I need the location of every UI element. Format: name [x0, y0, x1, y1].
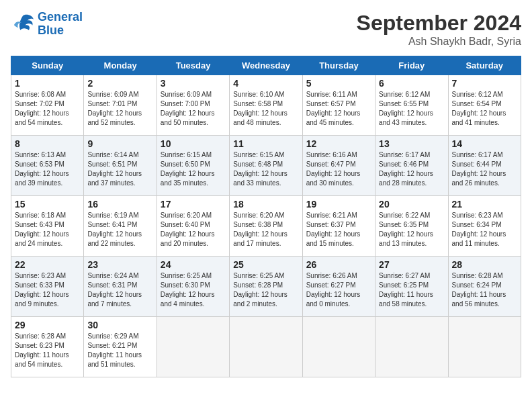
calendar-day-cell: 5Sunrise: 6:11 AMSunset: 6:57 PMDaylight… [302, 75, 375, 136]
calendar-day-cell: 7Sunrise: 6:12 AMSunset: 6:54 PMDaylight… [448, 75, 521, 136]
day-number: 14 [452, 138, 517, 149]
day-detail: Sunrise: 6:18 AMSunset: 6:43 PMDaylight:… [15, 211, 80, 248]
calendar-day-cell: 26Sunrise: 6:26 AMSunset: 6:27 PMDayligh… [302, 257, 375, 317]
day-detail: Sunrise: 6:11 AMSunset: 6:57 PMDaylight:… [306, 90, 371, 128]
day-detail: Sunrise: 6:17 AMSunset: 6:46 PMDaylight:… [379, 150, 444, 188]
calendar-day-cell: 1Sunrise: 6:08 AMSunset: 7:02 PMDaylight… [11, 75, 84, 136]
calendar-day-cell: 13Sunrise: 6:17 AMSunset: 6:46 PMDayligh… [375, 136, 448, 196]
day-number: 2 [87, 78, 152, 89]
month-title: September 2024 [357, 11, 521, 36]
day-number: 10 [161, 138, 226, 149]
day-detail: Sunrise: 6:25 AMSunset: 6:30 PMDaylight:… [161, 271, 226, 309]
day-detail: Sunrise: 6:12 AMSunset: 6:55 PMDaylight:… [379, 90, 444, 128]
day-number: 13 [379, 138, 444, 149]
day-number: 15 [15, 199, 80, 210]
day-detail: Sunrise: 6:24 AMSunset: 6:31 PMDaylight:… [87, 271, 152, 309]
weekday-header: Friday [375, 56, 448, 75]
calendar-day-cell: 22Sunrise: 6:23 AMSunset: 6:33 PMDayligh… [11, 257, 84, 317]
calendar-day-cell: 25Sunrise: 6:25 AMSunset: 6:28 PMDayligh… [230, 257, 302, 317]
calendar-empty-cell [157, 317, 229, 377]
day-detail: Sunrise: 6:21 AMSunset: 6:37 PMDaylight:… [306, 211, 371, 248]
calendar-day-cell: 20Sunrise: 6:22 AMSunset: 6:35 PMDayligh… [375, 196, 448, 257]
day-detail: Sunrise: 6:15 AMSunset: 6:50 PMDaylight:… [161, 150, 226, 188]
weekday-header: Sunday [11, 56, 84, 75]
calendar-empty-cell [230, 317, 302, 377]
calendar-day-cell: 18Sunrise: 6:20 AMSunset: 6:38 PMDayligh… [230, 196, 302, 257]
day-detail: Sunrise: 6:27 AMSunset: 6:25 PMDaylight:… [379, 271, 444, 309]
day-detail: Sunrise: 6:25 AMSunset: 6:28 PMDaylight:… [233, 271, 298, 309]
calendar-day-cell: 30Sunrise: 6:29 AMSunset: 6:21 PMDayligh… [84, 317, 157, 377]
calendar-day-cell: 8Sunrise: 6:13 AMSunset: 6:53 PMDaylight… [11, 136, 84, 196]
calendar-empty-cell [448, 317, 521, 377]
day-number: 18 [233, 199, 298, 210]
logo-icon [11, 13, 35, 35]
logo-general: General [38, 10, 83, 24]
day-number: 21 [452, 199, 517, 210]
day-number: 22 [15, 259, 80, 270]
day-number: 28 [452, 259, 517, 270]
calendar-day-cell: 21Sunrise: 6:23 AMSunset: 6:34 PMDayligh… [448, 196, 521, 257]
logo-text-block: GeneralBlue [38, 11, 83, 38]
calendar-day-cell: 4Sunrise: 6:10 AMSunset: 6:58 PMDaylight… [230, 75, 302, 136]
day-detail: Sunrise: 6:28 AMSunset: 6:23 PMDaylight:… [15, 332, 80, 369]
day-detail: Sunrise: 6:09 AMSunset: 7:00 PMDaylight:… [161, 90, 226, 128]
calendar-day-cell: 23Sunrise: 6:24 AMSunset: 6:31 PMDayligh… [84, 257, 157, 317]
day-detail: Sunrise: 6:13 AMSunset: 6:53 PMDaylight:… [15, 150, 80, 188]
day-detail: Sunrise: 6:26 AMSunset: 6:27 PMDaylight:… [306, 271, 371, 309]
calendar-day-cell: 12Sunrise: 6:16 AMSunset: 6:47 PMDayligh… [302, 136, 375, 196]
calendar-day-cell: 19Sunrise: 6:21 AMSunset: 6:37 PMDayligh… [302, 196, 375, 257]
day-detail: Sunrise: 6:28 AMSunset: 6:24 PMDaylight:… [452, 271, 517, 309]
logo-blue: Blue [38, 24, 64, 37]
day-number: 26 [306, 259, 371, 270]
day-number: 9 [87, 138, 152, 149]
day-detail: Sunrise: 6:09 AMSunset: 7:01 PMDaylight:… [87, 90, 152, 128]
calendar-empty-cell [302, 317, 375, 377]
day-number: 17 [161, 199, 226, 210]
day-number: 3 [161, 78, 226, 89]
day-detail: Sunrise: 6:12 AMSunset: 6:54 PMDaylight:… [452, 90, 517, 128]
day-number: 8 [15, 138, 80, 149]
logo: GeneralBlue [11, 11, 83, 38]
day-number: 20 [379, 199, 444, 210]
day-number: 29 [15, 320, 80, 330]
day-number: 25 [233, 259, 298, 270]
day-detail: Sunrise: 6:17 AMSunset: 6:44 PMDaylight:… [452, 150, 517, 188]
calendar-day-cell: 27Sunrise: 6:27 AMSunset: 6:25 PMDayligh… [375, 257, 448, 317]
day-detail: Sunrise: 6:20 AMSunset: 6:40 PMDaylight:… [161, 211, 226, 248]
calendar-day-cell: 14Sunrise: 6:17 AMSunset: 6:44 PMDayligh… [448, 136, 521, 196]
day-number: 30 [87, 320, 152, 330]
weekday-header: Tuesday [157, 56, 229, 75]
calendar-week-row: 29Sunrise: 6:28 AMSunset: 6:23 PMDayligh… [11, 317, 521, 377]
calendar-day-cell: 17Sunrise: 6:20 AMSunset: 6:40 PMDayligh… [157, 196, 229, 257]
day-detail: Sunrise: 6:20 AMSunset: 6:38 PMDaylight:… [233, 211, 298, 248]
day-detail: Sunrise: 6:19 AMSunset: 6:41 PMDaylight:… [87, 211, 152, 248]
weekday-header: Saturday [448, 56, 521, 75]
calendar-day-cell: 2Sunrise: 6:09 AMSunset: 7:01 PMDaylight… [84, 75, 157, 136]
calendar-week-row: 1Sunrise: 6:08 AMSunset: 7:02 PMDaylight… [11, 75, 521, 136]
day-number: 19 [306, 199, 371, 210]
day-number: 27 [379, 259, 444, 270]
location-title: Ash Shaykh Badr, Syria [357, 36, 521, 48]
calendar-day-cell: 9Sunrise: 6:14 AMSunset: 6:51 PMDaylight… [84, 136, 157, 196]
page-header: GeneralBlue September 2024 Ash Shaykh Ba… [11, 11, 521, 48]
calendar-week-row: 22Sunrise: 6:23 AMSunset: 6:33 PMDayligh… [11, 257, 521, 317]
calendar-day-cell: 24Sunrise: 6:25 AMSunset: 6:30 PMDayligh… [157, 257, 229, 317]
calendar-day-cell: 29Sunrise: 6:28 AMSunset: 6:23 PMDayligh… [11, 317, 84, 377]
day-detail: Sunrise: 6:10 AMSunset: 6:58 PMDaylight:… [233, 90, 298, 128]
calendar-day-cell: 16Sunrise: 6:19 AMSunset: 6:41 PMDayligh… [84, 196, 157, 257]
calendar-week-row: 8Sunrise: 6:13 AMSunset: 6:53 PMDaylight… [11, 136, 521, 196]
calendar-day-cell: 15Sunrise: 6:18 AMSunset: 6:43 PMDayligh… [11, 196, 84, 257]
calendar-header-row: SundayMondayTuesdayWednesdayThursdayFrid… [11, 56, 521, 75]
day-detail: Sunrise: 6:23 AMSunset: 6:34 PMDaylight:… [452, 211, 517, 248]
day-number: 5 [306, 78, 371, 89]
day-number: 1 [15, 78, 80, 89]
day-detail: Sunrise: 6:15 AMSunset: 6:48 PMDaylight:… [233, 150, 298, 188]
day-number: 11 [233, 138, 298, 149]
title-block: September 2024 Ash Shaykh Badr, Syria [357, 11, 521, 48]
day-number: 23 [87, 259, 152, 270]
calendar-day-cell: 11Sunrise: 6:15 AMSunset: 6:48 PMDayligh… [230, 136, 302, 196]
calendar-week-row: 15Sunrise: 6:18 AMSunset: 6:43 PMDayligh… [11, 196, 521, 257]
weekday-header: Wednesday [230, 56, 302, 75]
day-detail: Sunrise: 6:22 AMSunset: 6:35 PMDaylight:… [379, 211, 444, 248]
day-detail: Sunrise: 6:16 AMSunset: 6:47 PMDaylight:… [306, 150, 371, 188]
